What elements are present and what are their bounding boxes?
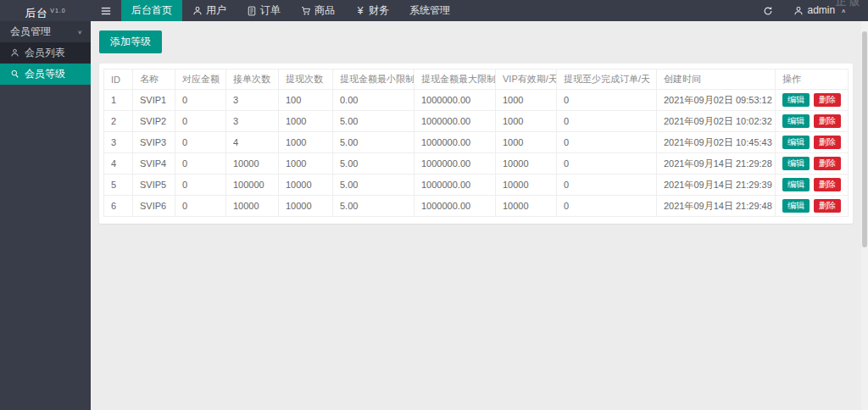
nav-item-label: 订单 <box>260 0 281 21</box>
app-title: 后台 <box>25 7 48 19</box>
refresh-button[interactable] <box>753 0 783 21</box>
cell-min_withdraw: 5.00 <box>333 175 415 196</box>
nav-item-1[interactable]: 用户 <box>182 0 236 21</box>
nav-item-4[interactable]: ¥财务 <box>345 0 399 21</box>
chevron-up-icon: ∧ <box>841 3 846 19</box>
cell-created: 2021年09月14日 21:29:39 <box>657 175 776 196</box>
cell-orders: 3 <box>226 90 279 111</box>
add-level-button[interactable]: 添加等级 <box>99 30 162 53</box>
delete-button[interactable]: 删除 <box>814 114 841 128</box>
table-header-row: ID名称对应金额接单次数提现次数提现金额最小限制提现金额最大限制VIP有效期/天… <box>104 69 849 90</box>
table-row: 6SVIP6010000100005.001000000.00100000202… <box>104 196 849 217</box>
main-content: 添加等级 ID名称对应金额接单次数提现次数提现金额最小限制提现金额最大限制VIP… <box>91 21 861 410</box>
sidebar-item-label: 会员等级 <box>25 67 65 81</box>
cell-max_withdraw: 1000000.00 <box>415 111 496 132</box>
cell-vip_days: 1000 <box>496 90 557 111</box>
cell-withdraw_times: 1000 <box>279 132 333 153</box>
nav-item-2[interactable]: 订单 <box>236 0 291 21</box>
sidebar-item-label: 会员列表 <box>25 46 65 60</box>
refresh-icon <box>763 6 773 16</box>
member-grade-icon <box>10 69 19 79</box>
nav-item-0[interactable]: 后台首页 <box>121 0 182 21</box>
cell-name: SVIP3 <box>133 132 175 153</box>
nav-item-label: 财务 <box>369 0 389 21</box>
cell-min_withdraw: 5.00 <box>333 153 415 175</box>
delete-button[interactable]: 删除 <box>814 157 841 170</box>
nav-item-label: 用户 <box>206 0 226 21</box>
scrollbar-thumb[interactable] <box>862 31 867 247</box>
cell-withdraw_times: 10000 <box>279 175 333 196</box>
nav-item-label: 后台首页 <box>131 0 172 21</box>
cell-withdraw_times: 100 <box>279 90 333 111</box>
cell-min_orders_per_day: 0 <box>557 175 657 196</box>
edit-button[interactable]: 编辑 <box>782 199 810 213</box>
cell-withdraw_times: 1000 <box>279 153 333 175</box>
cell-actions: 编辑删除 <box>776 196 849 217</box>
cell-created: 2021年09月02日 10:45:43 <box>657 132 776 153</box>
cell-min_orders_per_day: 0 <box>557 90 657 111</box>
cell-id: 3 <box>104 132 133 153</box>
column-header: 接单次数 <box>226 69 279 90</box>
cell-actions: 编辑删除 <box>776 132 849 153</box>
cell-max_withdraw: 1000000.00 <box>415 132 496 153</box>
cell-id: 2 <box>104 111 133 132</box>
cell-orders: 10000 <box>226 196 279 217</box>
cell-id: 6 <box>104 196 133 217</box>
cell-actions: 编辑删除 <box>776 175 849 196</box>
order-icon <box>247 6 257 16</box>
edit-button[interactable]: 编辑 <box>782 157 810 170</box>
cell-created: 2021年09月14日 21:29:48 <box>657 196 776 217</box>
sidebar-group-member-management[interactable]: 会员管理 ∨ <box>0 21 91 42</box>
sidebar-item-0[interactable]: 会员列表 <box>0 42 91 64</box>
delete-button[interactable]: 删除 <box>814 136 841 149</box>
edit-button[interactable]: 编辑 <box>782 178 810 191</box>
nav-item-5[interactable]: 系统管理 <box>399 0 460 21</box>
table-body: 1SVIP1031000.001000000.00100002021年09月02… <box>104 90 849 217</box>
cell-vip_days: 1000 <box>496 132 557 153</box>
cart-icon <box>301 6 311 16</box>
levels-table: ID名称对应金额接单次数提现次数提现金额最小限制提现金额最大限制VIP有效期/天… <box>103 69 849 217</box>
delete-button[interactable]: 删除 <box>814 93 841 107</box>
cell-min_withdraw: 5.00 <box>333 132 415 153</box>
column-header: 创建时间 <box>657 69 776 90</box>
column-header: 名称 <box>133 69 175 90</box>
cell-min_withdraw: 5.00 <box>333 196 415 217</box>
cell-id: 1 <box>104 90 133 111</box>
cell-min_orders_per_day: 0 <box>557 132 657 153</box>
cell-vip_days: 10000 <box>496 153 557 175</box>
cell-amount: 0 <box>175 111 226 132</box>
sidebar-toggle-button[interactable] <box>91 0 121 21</box>
delete-button[interactable]: 删除 <box>814 199 841 213</box>
delete-button[interactable]: 删除 <box>814 178 841 191</box>
vertical-scrollbar[interactable] <box>861 21 868 410</box>
sidebar: 会员管理 ∨ 会员列表会员等级 <box>0 21 91 410</box>
user-icon <box>192 6 203 16</box>
edit-button[interactable]: 编辑 <box>782 136 810 149</box>
edit-button[interactable]: 编辑 <box>782 93 810 107</box>
column-header: ID <box>104 69 133 90</box>
table-row: 5SVIP50100000100005.001000000.0010000020… <box>104 175 849 196</box>
user-avatar-icon <box>793 6 804 16</box>
column-header: 对应金额 <box>175 69 226 90</box>
user-menu[interactable]: admin ∧ <box>783 0 856 21</box>
nav-right: admin ∧ <box>753 0 868 21</box>
app-version: V1.0 <box>50 8 65 14</box>
cell-amount: 0 <box>175 196 226 217</box>
cell-name: SVIP2 <box>133 111 175 132</box>
sidebar-item-1[interactable]: 会员等级 <box>0 64 91 85</box>
cell-orders: 100000 <box>226 175 279 196</box>
cell-name: SVIP5 <box>133 175 175 196</box>
cell-min_withdraw: 0.00 <box>333 90 415 111</box>
column-header: 提现金额最大限制 <box>415 69 496 90</box>
cell-amount: 0 <box>175 132 226 153</box>
cell-min_withdraw: 5.00 <box>333 111 415 132</box>
cell-orders: 10000 <box>226 153 279 175</box>
username: admin <box>807 0 835 21</box>
table-row: 4SVIP401000010005.001000000.001000002021… <box>104 153 849 175</box>
edit-button[interactable]: 编辑 <box>782 114 810 128</box>
cell-actions: 编辑删除 <box>776 153 849 175</box>
nav-item-3[interactable]: 商品 <box>291 0 345 21</box>
column-header: 提现次数 <box>279 69 333 90</box>
cell-max_withdraw: 1000000.00 <box>415 90 496 111</box>
table-row: 2SVIP20310005.001000000.00100002021年09月0… <box>104 111 849 132</box>
